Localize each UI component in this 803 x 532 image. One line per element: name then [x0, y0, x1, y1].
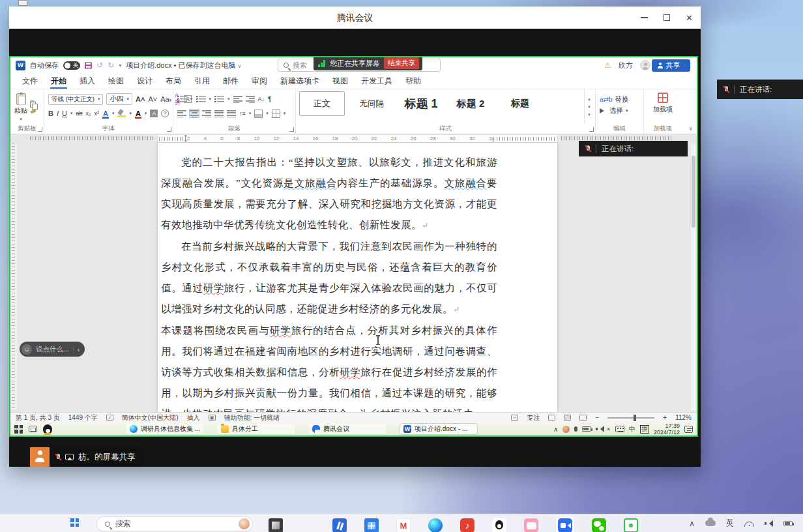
screen-record-icon[interactable]	[624, 518, 638, 532]
emoji-icon[interactable]: ☺	[22, 344, 32, 355]
style-item[interactable]: 标题	[497, 91, 543, 116]
ribbon-tab-绘图[interactable]: 绘图	[102, 73, 130, 89]
ribbon-tab-引用[interactable]: 引用	[188, 73, 216, 89]
taskbar-search-input[interactable]: 搜索	[96, 516, 253, 531]
align-left-icon[interactable]	[177, 110, 186, 117]
change-case-icon[interactable]: Aa▾	[160, 95, 171, 103]
qq-icon[interactable]	[492, 518, 506, 532]
ribbon-tab-文件[interactable]: 文件	[16, 73, 44, 89]
presenter-tile[interactable]	[30, 447, 50, 467]
battery-icon[interactable]	[582, 426, 591, 432]
borders-icon[interactable]	[272, 110, 280, 118]
ime-language[interactable]: 英	[726, 518, 734, 529]
paragraph[interactable]: 在当前乡村振兴战略的大背景下，我们注意到农民画作为一种独特的乡村文化形式，不仅承…	[161, 236, 497, 320]
collapse-chevron-icon[interactable]: ‹	[78, 346, 80, 353]
tencent-meeting-icon[interactable]	[558, 518, 572, 532]
quick-access-chevron-icon[interactable]: ▾	[119, 63, 121, 68]
maximize-icon[interactable]	[664, 14, 670, 21]
shading-icon[interactable]	[254, 110, 263, 118]
ribbon-tab-审阅[interactable]: 审阅	[245, 73, 274, 89]
tray-chevron-icon[interactable]: ∧	[553, 426, 558, 433]
style-item[interactable]: 标题 1	[398, 91, 444, 116]
distribute-icon[interactable]	[227, 110, 236, 117]
underline-icon[interactable]: U	[62, 110, 67, 117]
align-right-icon[interactable]	[202, 110, 211, 117]
style-item[interactable]: 无间隔	[349, 91, 394, 116]
collapse-ribbon-icon[interactable]: ∨	[688, 125, 693, 132]
format-painter-icon[interactable]	[30, 110, 37, 115]
focus-icon[interactable]: ⌐	[511, 415, 518, 421]
font-name-select[interactable]: 等线 (中文正文)▾	[48, 94, 103, 105]
task-view-icon[interactable]	[29, 426, 37, 432]
strikethrough-icon[interactable]: ab	[76, 110, 82, 117]
styles-launcher-icon[interactable]	[589, 127, 594, 132]
read-mode-icon[interactable]	[548, 415, 555, 421]
taskbar-app-edge[interactable]: 调研具体信息收集 ...	[126, 424, 203, 434]
font-size-select[interactable]: 小四▾	[106, 93, 132, 105]
bilibili-icon[interactable]	[524, 518, 538, 532]
decrease-indent-icon[interactable]	[233, 95, 242, 103]
ime-mode[interactable]: 拼	[640, 425, 649, 434]
justify-icon[interactable]	[214, 110, 224, 117]
document-title[interactable]: 项目介绍.docx • 已保存到这台电脑 ∨	[126, 61, 241, 70]
select-button[interactable]: 选择▾	[600, 105, 639, 116]
start-button-icon[interactable]	[14, 425, 23, 434]
help-circle-icon[interactable]: ?	[161, 110, 169, 117]
clipboard-launcher-icon[interactable]	[38, 127, 42, 132]
align-center-icon[interactable]	[190, 110, 199, 117]
stop-share-button[interactable]: 结束共享	[384, 57, 419, 69]
warning-icon[interactable]: ⚠	[604, 61, 611, 70]
document-scrollbar[interactable]	[691, 144, 696, 411]
highlight-icon[interactable]	[117, 110, 126, 117]
file-explorer-icon[interactable]	[300, 518, 315, 532]
zoom-out-icon[interactable]: −	[595, 414, 599, 421]
ime-language[interactable]: 中	[629, 424, 635, 434]
gmail-icon[interactable]	[396, 518, 411, 532]
redo-icon[interactable]: ↻	[108, 61, 114, 70]
taskbar-app-word[interactable]: 项目介绍.docx - ...	[400, 424, 477, 434]
qq-tray-icon[interactable]	[43, 424, 52, 434]
quick-chat-widget[interactable]: ☺ 说点什么... ‹	[20, 342, 85, 357]
spellcheck-icon[interactable]: ✓	[106, 415, 113, 421]
cloud-sync-icon[interactable]	[705, 520, 716, 526]
ribbon-tab-开发工具[interactable]: 开发工具	[355, 73, 399, 89]
active-app-highlight[interactable]	[556, 516, 574, 532]
cut-icon[interactable]	[30, 94, 37, 100]
word-count[interactable]: 1449 个字	[68, 413, 98, 422]
ribbon-tab-邮件[interactable]: 邮件	[216, 73, 245, 89]
paragraph[interactable]: 本课题将围绕农民画与研学旅行的结合点，分析其对乡村振兴的具体作用。我们将通过在福…	[161, 320, 497, 412]
autosave-toggle[interactable]: 关	[63, 61, 80, 70]
paragraph-launcher-icon[interactable]	[289, 127, 294, 132]
bold-icon[interactable]: B	[48, 110, 53, 117]
language-indicator[interactable]: 简体中文(中国大陆)	[122, 413, 179, 422]
show-marks-icon[interactable]: ¶	[268, 95, 272, 103]
style-gallery-arrows[interactable]: ▴▾▾	[584, 89, 594, 124]
tray-mic-icon[interactable]	[574, 426, 577, 432]
netease-music-icon[interactable]	[460, 518, 474, 532]
taskbar-app-folder[interactable]: 具体分工	[218, 424, 295, 434]
focus-label[interactable]: 专注	[527, 413, 540, 422]
tray-chevron-icon[interactable]: ∧	[689, 519, 695, 528]
style-item[interactable]: 标题 2	[448, 91, 493, 116]
touch-keyboard-icon[interactable]	[615, 426, 624, 432]
style-item[interactable]: 正文	[299, 91, 345, 116]
superscript-icon[interactable]: x²	[95, 110, 100, 117]
ms-store-icon[interactable]	[364, 518, 379, 532]
ribbon-tab-开始[interactable]: 开始	[44, 73, 73, 89]
copy-icon[interactable]	[30, 102, 37, 108]
wifi-icon[interactable]	[744, 520, 754, 527]
clock[interactable]: 17:39 2024/7/12	[654, 422, 680, 436]
insert-mode[interactable]: 插入	[187, 413, 200, 422]
numbered-list-icon[interactable]	[196, 95, 206, 103]
macro-icon[interactable]: ▣	[209, 415, 216, 421]
bullet-list-icon[interactable]	[177, 95, 187, 103]
zoom-slider[interactable]	[607, 417, 654, 419]
undo-icon[interactable]: ↺	[96, 61, 103, 70]
user-name[interactable]: 欣方	[619, 61, 633, 70]
text-effects-icon[interactable]: A	[102, 110, 109, 117]
font-color-icon[interactable]: A	[135, 110, 141, 117]
speaking-indicator-floating[interactable]: 正在讲话:	[717, 80, 803, 99]
ribbon-tab-视图[interactable]: 视图	[326, 73, 355, 89]
wechat-icon[interactable]	[592, 518, 606, 532]
hanging-indent-marker[interactable]: ▴	[184, 138, 187, 143]
